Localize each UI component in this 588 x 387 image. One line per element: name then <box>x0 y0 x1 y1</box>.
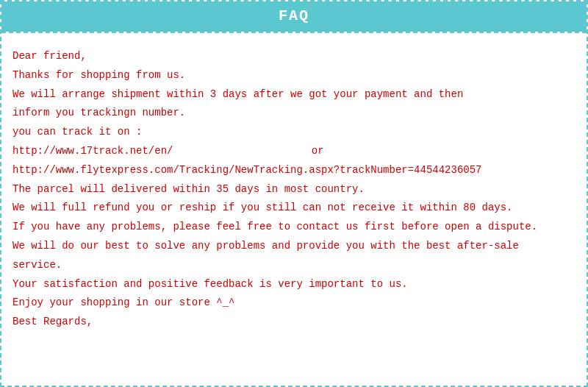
url1: http://www.17track.net/en/ <box>12 145 173 157</box>
url1-or: or <box>312 145 324 157</box>
best-line2: service. <box>12 257 576 274</box>
shipment-line2: inform you trackingn number. <box>12 104 576 122</box>
faq-header: FAQ <box>1 1 587 32</box>
thanks-line: Thanks for shopping from us. <box>12 67 576 85</box>
url-line2: http://www.flytexpress.com/Tracking/NewT… <box>12 162 576 180</box>
best-line1: We will do our best to solve any problem… <box>12 238 576 255</box>
satisfaction-line: Your satisfaction and positive feedback … <box>12 276 576 294</box>
enjoy-line: Enjoy your shopping in our store ^_^ <box>12 294 576 312</box>
greeting-line: Dear friend, <box>12 48 576 65</box>
parcel-line: The parcel will delivered within 35 days… <box>12 181 576 199</box>
problems-line: If you have any problems, please feel fr… <box>12 219 576 236</box>
shipment-line1: We will arrange shipment within 3 days a… <box>12 86 576 104</box>
url-line1: http://www.17track.net/en/ or <box>12 143 576 160</box>
faq-content: Dear friend, Thanks for shopping from us… <box>1 33 587 344</box>
faq-title: FAQ <box>279 7 309 24</box>
track-intro: you can track it on : <box>12 124 576 141</box>
refund-line: We will full refund you or reship if you… <box>12 199 576 217</box>
main-container: FAQ Dear friend, Thanks for shopping fro… <box>0 0 588 387</box>
regards-line: Best Regards, <box>12 313 576 331</box>
